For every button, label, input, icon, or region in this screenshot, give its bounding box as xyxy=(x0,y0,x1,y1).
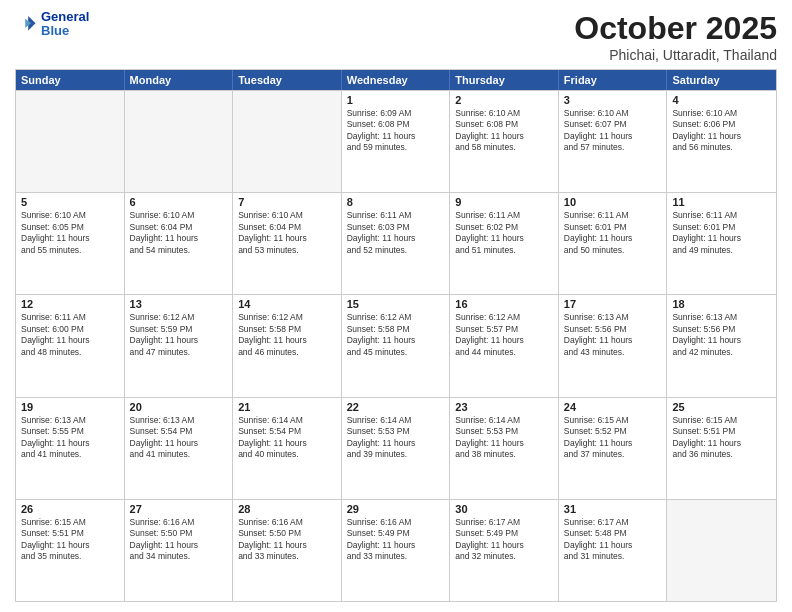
day-number: 4 xyxy=(672,94,771,106)
day-number: 16 xyxy=(455,298,553,310)
page: General Blue October 2025 Phichai, Uttar… xyxy=(0,0,792,612)
cell-info: Sunrise: 6:11 AM Sunset: 6:01 PM Dayligh… xyxy=(564,210,662,256)
week-row-5: 26Sunrise: 6:15 AM Sunset: 5:51 PM Dayli… xyxy=(16,499,776,601)
day-24: 24Sunrise: 6:15 AM Sunset: 5:52 PM Dayli… xyxy=(559,398,668,499)
header: General Blue October 2025 Phichai, Uttar… xyxy=(15,10,777,63)
cell-info: Sunrise: 6:15 AM Sunset: 5:51 PM Dayligh… xyxy=(672,415,771,461)
day-23: 23Sunrise: 6:14 AM Sunset: 5:53 PM Dayli… xyxy=(450,398,559,499)
day-number: 26 xyxy=(21,503,119,515)
cell-info: Sunrise: 6:11 AM Sunset: 6:02 PM Dayligh… xyxy=(455,210,553,256)
cell-info: Sunrise: 6:10 AM Sunset: 6:04 PM Dayligh… xyxy=(238,210,336,256)
month-title: October 2025 xyxy=(574,10,777,47)
empty-cell-0-2 xyxy=(233,91,342,192)
day-27: 27Sunrise: 6:16 AM Sunset: 5:50 PM Dayli… xyxy=(125,500,234,601)
day-4: 4Sunrise: 6:10 AM Sunset: 6:06 PM Daylig… xyxy=(667,91,776,192)
day-number: 15 xyxy=(347,298,445,310)
logo: General Blue xyxy=(15,10,89,39)
cell-info: Sunrise: 6:14 AM Sunset: 5:53 PM Dayligh… xyxy=(347,415,445,461)
day-number: 3 xyxy=(564,94,662,106)
day-7: 7Sunrise: 6:10 AM Sunset: 6:04 PM Daylig… xyxy=(233,193,342,294)
logo-text: General Blue xyxy=(41,10,89,39)
day-number: 12 xyxy=(21,298,119,310)
cell-info: Sunrise: 6:12 AM Sunset: 5:57 PM Dayligh… xyxy=(455,312,553,358)
day-5: 5Sunrise: 6:10 AM Sunset: 6:05 PM Daylig… xyxy=(16,193,125,294)
calendar: Sunday Monday Tuesday Wednesday Thursday… xyxy=(15,69,777,602)
cell-info: Sunrise: 6:13 AM Sunset: 5:56 PM Dayligh… xyxy=(672,312,771,358)
day-number: 27 xyxy=(130,503,228,515)
day-number: 14 xyxy=(238,298,336,310)
header-monday: Monday xyxy=(125,70,234,90)
calendar-header: Sunday Monday Tuesday Wednesday Thursday… xyxy=(16,70,776,90)
day-number: 17 xyxy=(564,298,662,310)
day-19: 19Sunrise: 6:13 AM Sunset: 5:55 PM Dayli… xyxy=(16,398,125,499)
day-3: 3Sunrise: 6:10 AM Sunset: 6:07 PM Daylig… xyxy=(559,91,668,192)
day-number: 29 xyxy=(347,503,445,515)
day-number: 10 xyxy=(564,196,662,208)
title-block: October 2025 Phichai, Uttaradit, Thailan… xyxy=(574,10,777,63)
day-25: 25Sunrise: 6:15 AM Sunset: 5:51 PM Dayli… xyxy=(667,398,776,499)
cell-info: Sunrise: 6:10 AM Sunset: 6:06 PM Dayligh… xyxy=(672,108,771,154)
cell-info: Sunrise: 6:10 AM Sunset: 6:08 PM Dayligh… xyxy=(455,108,553,154)
cell-info: Sunrise: 6:12 AM Sunset: 5:58 PM Dayligh… xyxy=(347,312,445,358)
cell-info: Sunrise: 6:10 AM Sunset: 6:05 PM Dayligh… xyxy=(21,210,119,256)
cell-info: Sunrise: 6:12 AM Sunset: 5:58 PM Dayligh… xyxy=(238,312,336,358)
cell-info: Sunrise: 6:10 AM Sunset: 6:04 PM Dayligh… xyxy=(130,210,228,256)
day-number: 31 xyxy=(564,503,662,515)
day-2: 2Sunrise: 6:10 AM Sunset: 6:08 PM Daylig… xyxy=(450,91,559,192)
cell-info: Sunrise: 6:17 AM Sunset: 5:49 PM Dayligh… xyxy=(455,517,553,563)
day-12: 12Sunrise: 6:11 AM Sunset: 6:00 PM Dayli… xyxy=(16,295,125,396)
day-number: 13 xyxy=(130,298,228,310)
cell-info: Sunrise: 6:15 AM Sunset: 5:51 PM Dayligh… xyxy=(21,517,119,563)
day-number: 6 xyxy=(130,196,228,208)
cell-info: Sunrise: 6:13 AM Sunset: 5:54 PM Dayligh… xyxy=(130,415,228,461)
logo-icon xyxy=(15,13,37,35)
day-21: 21Sunrise: 6:14 AM Sunset: 5:54 PM Dayli… xyxy=(233,398,342,499)
cell-info: Sunrise: 6:13 AM Sunset: 5:55 PM Dayligh… xyxy=(21,415,119,461)
header-sunday: Sunday xyxy=(16,70,125,90)
day-6: 6Sunrise: 6:10 AM Sunset: 6:04 PM Daylig… xyxy=(125,193,234,294)
day-30: 30Sunrise: 6:17 AM Sunset: 5:49 PM Dayli… xyxy=(450,500,559,601)
day-number: 1 xyxy=(347,94,445,106)
day-29: 29Sunrise: 6:16 AM Sunset: 5:49 PM Dayli… xyxy=(342,500,451,601)
day-9: 9Sunrise: 6:11 AM Sunset: 6:02 PM Daylig… xyxy=(450,193,559,294)
day-number: 18 xyxy=(672,298,771,310)
header-friday: Friday xyxy=(559,70,668,90)
day-11: 11Sunrise: 6:11 AM Sunset: 6:01 PM Dayli… xyxy=(667,193,776,294)
header-saturday: Saturday xyxy=(667,70,776,90)
cell-info: Sunrise: 6:13 AM Sunset: 5:56 PM Dayligh… xyxy=(564,312,662,358)
day-number: 20 xyxy=(130,401,228,413)
day-14: 14Sunrise: 6:12 AM Sunset: 5:58 PM Dayli… xyxy=(233,295,342,396)
empty-cell-0-0 xyxy=(16,91,125,192)
cell-info: Sunrise: 6:16 AM Sunset: 5:50 PM Dayligh… xyxy=(238,517,336,563)
day-22: 22Sunrise: 6:14 AM Sunset: 5:53 PM Dayli… xyxy=(342,398,451,499)
day-26: 26Sunrise: 6:15 AM Sunset: 5:51 PM Dayli… xyxy=(16,500,125,601)
empty-cell-0-1 xyxy=(125,91,234,192)
week-row-4: 19Sunrise: 6:13 AM Sunset: 5:55 PM Dayli… xyxy=(16,397,776,499)
week-row-1: 1Sunrise: 6:09 AM Sunset: 6:08 PM Daylig… xyxy=(16,90,776,192)
day-number: 22 xyxy=(347,401,445,413)
day-20: 20Sunrise: 6:13 AM Sunset: 5:54 PM Dayli… xyxy=(125,398,234,499)
day-number: 19 xyxy=(21,401,119,413)
day-number: 5 xyxy=(21,196,119,208)
cell-info: Sunrise: 6:16 AM Sunset: 5:49 PM Dayligh… xyxy=(347,517,445,563)
subtitle: Phichai, Uttaradit, Thailand xyxy=(574,47,777,63)
cell-info: Sunrise: 6:09 AM Sunset: 6:08 PM Dayligh… xyxy=(347,108,445,154)
day-18: 18Sunrise: 6:13 AM Sunset: 5:56 PM Dayli… xyxy=(667,295,776,396)
cell-info: Sunrise: 6:10 AM Sunset: 6:07 PM Dayligh… xyxy=(564,108,662,154)
header-wednesday: Wednesday xyxy=(342,70,451,90)
day-31: 31Sunrise: 6:17 AM Sunset: 5:48 PM Dayli… xyxy=(559,500,668,601)
day-number: 21 xyxy=(238,401,336,413)
day-number: 2 xyxy=(455,94,553,106)
week-row-2: 5Sunrise: 6:10 AM Sunset: 6:05 PM Daylig… xyxy=(16,192,776,294)
day-number: 11 xyxy=(672,196,771,208)
cell-info: Sunrise: 6:14 AM Sunset: 5:54 PM Dayligh… xyxy=(238,415,336,461)
day-number: 30 xyxy=(455,503,553,515)
cell-info: Sunrise: 6:16 AM Sunset: 5:50 PM Dayligh… xyxy=(130,517,228,563)
day-17: 17Sunrise: 6:13 AM Sunset: 5:56 PM Dayli… xyxy=(559,295,668,396)
empty-cell-4-6 xyxy=(667,500,776,601)
day-number: 9 xyxy=(455,196,553,208)
calendar-body: 1Sunrise: 6:09 AM Sunset: 6:08 PM Daylig… xyxy=(16,90,776,601)
header-thursday: Thursday xyxy=(450,70,559,90)
day-number: 23 xyxy=(455,401,553,413)
day-13: 13Sunrise: 6:12 AM Sunset: 5:59 PM Dayli… xyxy=(125,295,234,396)
